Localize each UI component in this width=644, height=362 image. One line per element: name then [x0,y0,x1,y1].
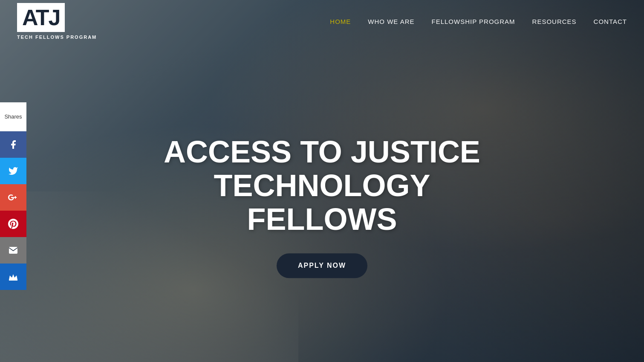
hero-title-line1: ACCESS TO JUSTICE [164,135,480,169]
google-plus-icon [8,192,18,203]
hero-content: ACCESS TO JUSTICE TECHNOLOGY FELLOWS APP… [152,135,493,278]
email-share-button[interactable] [0,237,26,264]
shares-label: Shares [0,102,26,131]
nav-who-we-are[interactable]: WHO WE ARE [368,18,414,25]
hero-section: ATJ TECH FELLOWS PROGRAM HOME WHO WE ARE… [0,0,644,362]
facebook-share-button[interactable] [0,131,26,158]
email-icon [8,245,18,255]
facebook-icon [8,139,18,150]
pinterest-share-button[interactable] [0,211,26,237]
nav-contact[interactable]: CONTACT [594,18,627,25]
nav-home[interactable]: HOME [330,18,351,25]
pinterest-icon [8,219,18,229]
logo-area: ATJ TECH FELLOWS PROGRAM [17,3,97,40]
twitter-icon [8,166,18,176]
nav-resources[interactable]: RESOURCES [532,18,577,25]
bookmark-share-button[interactable] [0,264,26,290]
hero-title-line2: TECHNOLOGY FELLOWS [214,168,430,236]
nav-links: HOME WHO WE ARE FELLOWSHIP PROGRAM RESOU… [330,18,627,25]
logo-box: ATJ [17,3,65,32]
crown-icon [8,272,18,282]
hero-title: ACCESS TO JUSTICE TECHNOLOGY FELLOWS [152,135,493,237]
main-nav: ATJ TECH FELLOWS PROGRAM HOME WHO WE ARE… [0,0,644,43]
google-plus-share-button[interactable] [0,184,26,211]
social-sidebar: Shares [0,102,26,290]
logo-subtitle: TECH FELLOWS PROGRAM [17,35,97,40]
apply-now-button[interactable]: APPLY NOW [277,253,367,278]
twitter-share-button[interactable] [0,158,26,184]
logo-letters: ATJ [22,6,60,29]
nav-fellowship[interactable]: FELLOWSHIP PROGRAM [431,18,515,25]
